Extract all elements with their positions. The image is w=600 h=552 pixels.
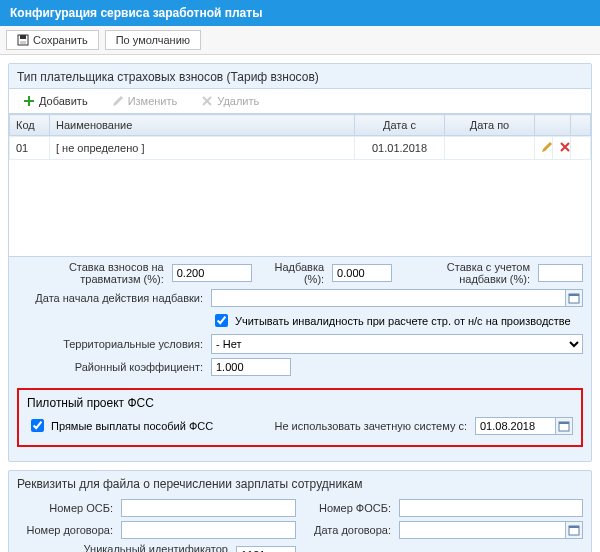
no-offset-label: Не использовать зачетную систему с: xyxy=(275,420,472,432)
injury-rate-input[interactable] xyxy=(172,264,252,282)
save-button[interactable]: Сохранить xyxy=(6,30,99,50)
edit-button-label: Изменить xyxy=(128,95,178,107)
col-date-to[interactable]: Дата по xyxy=(445,115,535,136)
cell-code: 01 xyxy=(10,137,50,160)
no-offset-date-input[interactable] xyxy=(475,417,555,435)
osb-label: Номер ОСБ: xyxy=(17,502,117,514)
enterprise-id-input[interactable] xyxy=(236,546,296,552)
plus-icon xyxy=(23,95,35,107)
terr-select[interactable]: - Нет xyxy=(211,334,583,354)
svg-rect-2 xyxy=(20,41,26,44)
svg-rect-6 xyxy=(559,422,569,424)
contract-num-input[interactable] xyxy=(121,521,296,539)
contract-num-label: Номер договора: xyxy=(17,524,117,536)
window-title: Конфигурация сервиса заработной платы xyxy=(0,0,600,26)
col-code[interactable]: Код xyxy=(10,115,50,136)
surcharge-label: Надбавка (%): xyxy=(266,261,328,285)
col-date-from[interactable]: Дата с xyxy=(355,115,445,136)
direct-payments-checkbox-input[interactable] xyxy=(31,419,44,432)
row-edit-action[interactable] xyxy=(535,137,553,160)
disability-checkbox-input[interactable] xyxy=(215,314,228,327)
cell-name: [ не определено ] xyxy=(50,137,355,160)
calendar-icon xyxy=(558,420,570,432)
district-coef-label: Районный коэффициент: xyxy=(17,361,207,373)
row-delete-action[interactable] xyxy=(553,137,571,160)
add-button-label: Добавить xyxy=(39,95,88,107)
pilot-title: Пилотный проект ФСС xyxy=(27,396,573,410)
payer-grid: Код Наименование Дата с Дата по 01 [ не … xyxy=(9,114,591,257)
delete-button-label: Удалить xyxy=(217,95,259,107)
col-spacer xyxy=(571,115,591,136)
main-toolbar: Сохранить По умолчанию xyxy=(0,26,600,55)
calendar-button[interactable] xyxy=(565,521,583,539)
osb-input[interactable] xyxy=(121,499,296,517)
rate-with-surcharge-input[interactable] xyxy=(538,264,583,282)
transfer-section: Реквизиты для файла о перечислении зарпл… xyxy=(8,470,592,552)
payer-section: Тип плательщика страховых взносов (Тариф… xyxy=(8,63,592,462)
contract-date-input[interactable] xyxy=(399,521,565,539)
rate-with-surcharge-label: Ставка с учетом надбавки (%): xyxy=(406,261,534,285)
injury-rate-label: Ставка взносов на травматизм (%): xyxy=(17,261,168,285)
svg-rect-1 xyxy=(20,35,26,39)
cell-date-to xyxy=(445,137,535,160)
col-name[interactable]: Наименование xyxy=(50,115,355,136)
save-button-label: Сохранить xyxy=(33,34,88,46)
surcharge-start-input[interactable] xyxy=(211,289,565,307)
fosb-input[interactable] xyxy=(399,499,583,517)
cell-spacer xyxy=(571,137,591,160)
transfer-title: Реквизиты для файла о перечислении зарпл… xyxy=(9,471,591,495)
surcharge-start-label: Дата начала действия надбавки: xyxy=(17,292,207,304)
enterprise-id-label: Уникальный идентификатор Предприятия: xyxy=(17,543,232,552)
contract-date-label: Дата договора: xyxy=(300,524,395,536)
rates-block: Ставка взносов на травматизм (%): Надбав… xyxy=(9,257,591,384)
calendar-button[interactable] xyxy=(565,289,583,307)
x-icon xyxy=(559,141,571,153)
fosb-label: Номер ФОСБ: xyxy=(300,502,395,514)
x-icon xyxy=(201,95,213,107)
disability-checkbox[interactable]: Учитывать инвалидность при расчете стр. … xyxy=(211,311,571,330)
calendar-button[interactable] xyxy=(555,417,573,435)
delete-button: Удалить xyxy=(193,93,267,109)
direct-payments-label: Прямые выплаты пособий ФСС xyxy=(51,420,213,432)
col-actions xyxy=(535,115,571,136)
cell-date-from: 01.01.2018 xyxy=(355,137,445,160)
pencil-icon xyxy=(112,95,124,107)
pencil-icon xyxy=(541,141,553,153)
add-button[interactable]: Добавить xyxy=(15,93,96,109)
calendar-icon xyxy=(568,524,580,536)
default-button-label: По умолчанию xyxy=(116,34,190,46)
grid-toolbar: Добавить Изменить Удалить xyxy=(9,88,591,114)
disability-checkbox-label: Учитывать инвалидность при расчете стр. … xyxy=(235,315,571,327)
district-coef-input[interactable] xyxy=(211,358,291,376)
default-button[interactable]: По умолчанию xyxy=(105,30,201,50)
direct-payments-checkbox[interactable]: Прямые выплаты пособий ФСС xyxy=(27,416,213,435)
svg-rect-8 xyxy=(569,526,579,528)
surcharge-input[interactable] xyxy=(332,264,392,282)
terr-label: Территориальные условия: xyxy=(17,338,207,350)
calendar-icon xyxy=(568,292,580,304)
table-row[interactable]: 01 [ не определено ] 01.01.2018 xyxy=(10,137,591,160)
payer-section-title: Тип плательщика страховых взносов (Тариф… xyxy=(9,64,591,88)
save-icon xyxy=(17,34,29,46)
edit-button: Изменить xyxy=(104,93,186,109)
svg-rect-4 xyxy=(569,294,579,296)
pilot-section: Пилотный проект ФСС Прямые выплаты пособ… xyxy=(17,388,583,447)
